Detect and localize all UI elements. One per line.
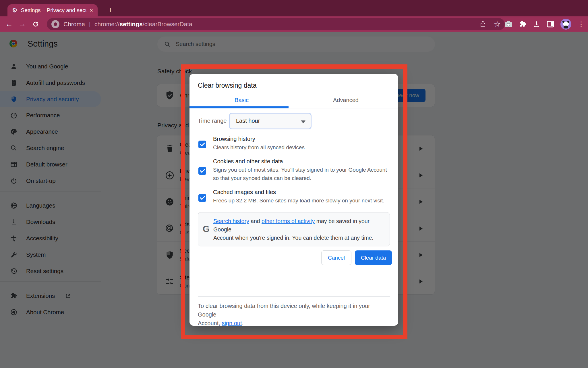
checkbox-subtitle: Clears history from all synced devices <box>213 143 391 152</box>
clear-data-button[interactable]: Clear data <box>355 250 392 265</box>
checkbox-subtitle: Frees up 32.2 MB. Some sites may load mo… <box>213 196 391 205</box>
tab-favicon-gear-icon: ⚙ <box>12 7 18 14</box>
dialog-title: Clear browsing data <box>198 82 257 89</box>
time-range-select[interactable]: Last hour <box>229 113 312 129</box>
time-range-value: Last hour <box>236 118 260 124</box>
tab-advanced[interactable]: Advanced <box>294 95 398 106</box>
tab-title: Settings – Privacy and security <box>21 7 87 14</box>
checkbox-title: Cached images and files <box>213 188 391 196</box>
checkbox-cached-images[interactable] <box>198 194 206 202</box>
checkbox-title: Browsing history <box>213 135 391 143</box>
new-tab-button[interactable]: + <box>105 5 115 16</box>
browser-toolbar: ← → Chrome | chrome://settings/clearBrow… <box>0 16 588 32</box>
checkbox-cookies[interactable] <box>198 167 206 175</box>
omnibox[interactable]: Chrome | chrome://settings/clearBrowserD… <box>47 18 505 30</box>
site-info-icon[interactable] <box>51 20 59 28</box>
omnibox-separator: | <box>89 21 90 28</box>
site-label: Chrome <box>63 21 85 28</box>
forward-button[interactable]: → <box>17 16 28 32</box>
browser-tab[interactable]: ⚙ Settings – Privacy and security × <box>7 4 98 16</box>
google-account-notice: G Search history and other forms of acti… <box>198 212 390 246</box>
tab-basic[interactable]: Basic <box>189 95 294 106</box>
active-tab-underline <box>189 106 289 108</box>
other-activity-link[interactable]: other forms of activity <box>262 218 315 224</box>
signout-footer: To clear browsing data from this device … <box>198 302 384 327</box>
google-g-icon: G <box>203 224 210 234</box>
share-icon[interactable] <box>479 21 486 28</box>
time-range-label: Time range <box>198 118 227 124</box>
dropdown-caret-icon <box>301 120 305 123</box>
tab-bar: ⚙ Settings – Privacy and security × + <box>0 0 588 16</box>
profile-avatar[interactable] <box>560 19 571 30</box>
checkbox-title: Cookies and other site data <box>213 157 391 166</box>
bookmark-star-icon[interactable]: ☆ <box>494 20 501 29</box>
reload-button[interactable] <box>30 16 41 32</box>
clear-browsing-data-dialog: Clear browsing data Basic Advanced Time … <box>189 74 398 326</box>
side-panel-icon[interactable] <box>547 20 554 28</box>
extensions-puzzle-icon[interactable] <box>519 20 527 28</box>
back-button[interactable]: ← <box>3 16 15 32</box>
reload-icon <box>32 21 39 28</box>
sign-out-link[interactable]: sign out <box>222 320 242 326</box>
url-text: chrome://settings/clearBrowserData <box>94 21 192 28</box>
search-history-link[interactable]: Search history <box>213 218 249 224</box>
checkbox-subtitle: Signs you out of most sites. You'll stay… <box>213 166 391 182</box>
downloads-icon[interactable] <box>533 20 540 28</box>
browser-menu-icon[interactable]: ⋮ <box>578 22 585 26</box>
camera-icon[interactable] <box>504 20 513 28</box>
checkbox-browsing-history[interactable] <box>198 141 206 148</box>
tab-close-icon[interactable]: × <box>90 7 93 14</box>
cancel-button[interactable]: Cancel <box>321 250 351 265</box>
